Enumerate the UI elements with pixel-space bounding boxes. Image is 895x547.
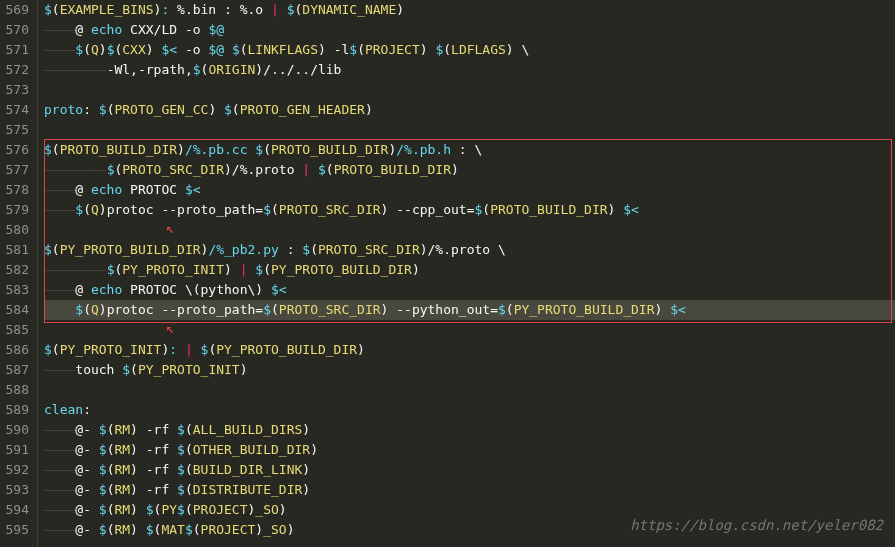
code-line[interactable]: ————$(Q)protoc --proto_path=$(PROTO_SRC_…: [44, 300, 895, 320]
code-token: MAT: [161, 522, 184, 537]
code-line[interactable]: [44, 380, 895, 400]
code-token: ): [146, 42, 154, 57]
code-token: (: [52, 142, 60, 157]
code-token: /%.proto: [428, 242, 498, 257]
line-number: 584: [4, 300, 29, 320]
code-token: @: [75, 282, 91, 297]
code-token: PROTO_BUILD_DIR: [334, 162, 451, 177]
code-token: ): [451, 162, 459, 177]
code-token: ): [506, 42, 514, 57]
code-line[interactable]: $(PROTO_BUILD_DIR)/%.pb.cc $(PROTO_BUILD…: [44, 140, 895, 160]
code-token: [138, 522, 146, 537]
code-line[interactable]: ————@ echo PROTOC $<: [44, 180, 895, 200]
code-token: |: [294, 162, 317, 177]
code-token: _SO: [263, 522, 286, 537]
line-number: 570: [4, 20, 29, 40]
code-token: PY_PROTO_INIT: [122, 262, 224, 277]
code-line[interactable]: proto: $(PROTO_GEN_CC) $(PROTO_GEN_HEADE…: [44, 100, 895, 120]
code-line[interactable]: ————@ echo PROTOC \(python\) $<: [44, 280, 895, 300]
code-token: -l: [326, 42, 349, 57]
line-number: 581: [4, 240, 29, 260]
code-token: /../../lib: [263, 62, 341, 77]
code-token: RM: [114, 502, 130, 517]
code-line[interactable]: [44, 220, 895, 240]
code-token: $@: [208, 42, 224, 57]
code-token: ————: [44, 422, 75, 437]
code-editor[interactable]: 5695705715725735745755765775785795805815…: [0, 0, 895, 547]
code-line[interactable]: ————@- $(RM) -rf $(BUILD_DIR_LINK): [44, 460, 895, 480]
code-token: ): [357, 342, 365, 357]
code-token: ————————: [44, 262, 107, 277]
code-token: ————: [44, 22, 75, 37]
code-line[interactable]: [44, 320, 895, 340]
code-token: PROTO_GEN_HEADER: [240, 102, 365, 117]
code-line[interactable]: ————@- $(RM) -rf $(DISTRIBUTE_DIR): [44, 480, 895, 500]
code-token: $: [302, 242, 310, 257]
code-token: $: [255, 262, 263, 277]
code-token: CXX/LD -o: [122, 22, 208, 37]
code-line[interactable]: [44, 80, 895, 100]
code-token: ): [420, 42, 428, 57]
code-line[interactable]: ————touch $(PY_PROTO_INIT): [44, 360, 895, 380]
code-token: ): [318, 42, 326, 57]
code-token: EXAMPLE_BINS: [60, 2, 154, 17]
code-token: PROJECT: [201, 522, 256, 537]
code-line[interactable]: ————@ echo CXX/LD -o $@: [44, 20, 895, 40]
code-line[interactable]: ————————-Wl,-rpath,$(ORIGIN)/../../lib: [44, 60, 895, 80]
code-line[interactable]: ————@- $(RM) $(MAT$(PROJECT)_SO): [44, 520, 895, 540]
code-line[interactable]: ————————$(PROTO_SRC_DIR)/%.proto | $(PRO…: [44, 160, 895, 180]
code-line[interactable]: clean:: [44, 400, 895, 420]
code-token: @-: [75, 442, 98, 457]
code-token: PY: [161, 502, 177, 517]
code-line[interactable]: $(EXAMPLE_BINS): %.bin : %.o | $(DYNAMIC…: [44, 0, 895, 20]
line-number: 589: [4, 400, 29, 420]
line-number: 569: [4, 0, 29, 20]
code-line[interactable]: ————————$(PY_PROTO_INIT) | $(PY_PROTO_BU…: [44, 260, 895, 280]
code-line[interactable]: $(PY_PROTO_INIT): | $(PY_PROTO_BUILD_DIR…: [44, 340, 895, 360]
code-token: $: [318, 162, 326, 177]
code-token: $: [99, 502, 107, 517]
code-line[interactable]: ————@- $(RM) -rf $(ALL_BUILD_DIRS): [44, 420, 895, 440]
code-token: $: [99, 522, 107, 537]
code-line[interactable]: $(PY_PROTO_BUILD_DIR)/%_pb2.py : $(PROTO…: [44, 240, 895, 260]
code-token: ————: [44, 482, 75, 497]
line-number: 591: [4, 440, 29, 460]
line-number: 594: [4, 500, 29, 520]
code-token: ): [130, 502, 138, 517]
code-line[interactable]: ————$(Q)$(CXX) $< -o $@ $(LINKFLAGS) -l$…: [44, 40, 895, 60]
code-line[interactable]: ————@- $(RM) -rf $(OTHER_BUILD_DIR): [44, 440, 895, 460]
code-token: -rf: [138, 482, 177, 497]
code-token: [224, 42, 232, 57]
code-line[interactable]: ————$(Q)protoc --proto_path=$(PROTO_SRC_…: [44, 200, 895, 220]
code-token: $: [99, 102, 107, 117]
code-token: (: [52, 342, 60, 357]
code-token: -Wl,-rpath,: [107, 62, 193, 77]
code-token: ————: [44, 182, 75, 197]
code-token: (: [271, 302, 279, 317]
code-token: ): [279, 502, 287, 517]
code-token: ————: [44, 282, 75, 297]
code-token: $@: [208, 22, 224, 37]
code-token: @-: [75, 422, 98, 437]
line-number: 592: [4, 460, 29, 480]
code-token: |: [185, 342, 201, 357]
code-area[interactable]: $(EXAMPLE_BINS): %.bin : %.o | $(DYNAMIC…: [38, 0, 895, 547]
code-token: PROTO_SRC_DIR: [318, 242, 420, 257]
code-token: -rf: [138, 422, 177, 437]
code-token: /%.pb.cc: [185, 142, 255, 157]
code-token: ): [310, 442, 318, 457]
code-token: CXX: [122, 42, 145, 57]
code-token: |: [263, 2, 286, 17]
code-token: (: [130, 362, 138, 377]
line-number: 588: [4, 380, 29, 400]
code-token: $: [44, 2, 52, 17]
code-token: ————: [44, 442, 75, 457]
code-token: proto: [44, 102, 83, 117]
code-token: /%.proto: [232, 162, 295, 177]
line-number: 572: [4, 60, 29, 80]
line-number: 576: [4, 140, 29, 160]
code-token: OTHER_BUILD_DIR: [193, 442, 310, 457]
code-line[interactable]: ————@- $(RM) $(PY$(PROJECT)_SO): [44, 500, 895, 520]
code-line[interactable]: [44, 120, 895, 140]
code-token: (: [263, 142, 271, 157]
